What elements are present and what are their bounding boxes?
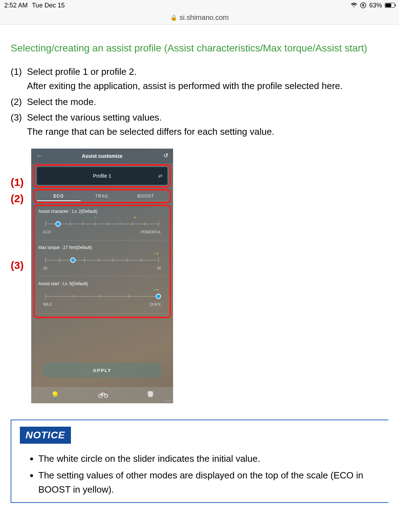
lock-icon: 🔒 [170,14,177,21]
orientation-lock-icon [360,2,366,9]
callout-3: (3) [11,259,24,271]
highlight-box-1 [33,164,171,188]
notice-box: NOTICE The white circle on the slider in… [11,420,388,503]
bottom-nav: 💡 [31,387,173,403]
notice-list: The white circle on the slider indicates… [20,451,380,497]
step-text: Select the various setting values. [27,112,162,123]
status-time: 2:52 AM [4,2,28,9]
svg-point-3 [105,391,106,392]
page-content: Selecting/creating an assist profile (As… [0,25,399,503]
highlight-box-3 [33,205,171,318]
app-header: ← Assist customize ↺ [31,149,173,164]
step-list: (1) Select profile 1 or profile 2. After… [11,65,388,139]
svg-point-0 [360,3,366,8]
apply-button[interactable]: APPLY [42,363,162,378]
callout-1: (1) [11,176,24,188]
browser-domain: si.shimano.com [179,13,229,22]
notice-item: The white circle on the slider indicates… [38,451,380,466]
wifi-icon [351,2,357,9]
battery-icon [385,3,395,8]
step-number: (2) [11,95,27,109]
callout-2: (2) [11,193,24,205]
bike-icon[interactable] [98,391,108,400]
battery-percent: 63% [369,2,382,9]
step-3: (3) Select the various setting values. T… [11,110,388,139]
reset-icon[interactable]: ↺ [164,152,168,159]
status-date: Tue Dec 15 [32,2,65,9]
light-icon[interactable]: 💡 [51,391,60,399]
gear-icon[interactable] [147,391,154,400]
highlight-box-2 [33,189,171,203]
app-version: 4.0.0 [165,399,171,403]
step-text: The range that can be selected differs f… [27,126,275,137]
step-number: (3) [11,110,27,139]
step-number: (1) [11,65,27,93]
annotated-screenshot: (1) (2) (3) ← Assist customize ↺ Profile… [11,149,388,403]
step-text: Select the mode. [27,96,96,107]
back-icon[interactable]: ← [36,152,43,160]
step-text: Select profile 1 or profile 2. [27,66,137,77]
notice-badge: NOTICE [20,427,71,444]
ipad-status-bar: 2:52 AM Tue Dec 15 63% [0,0,399,11]
step-2: (2) Select the mode. [11,95,388,109]
step-text: After exiting the application, assist is… [27,81,343,91]
app-header-title: Assist customize [82,153,122,159]
section-heading: Selecting/creating an assist profile (As… [11,43,388,54]
browser-address-bar[interactable]: 🔒 si.shimano.com [0,11,399,25]
notice-item: The setting values of other modes are di… [38,468,380,497]
app-screenshot: ← Assist customize ↺ Profile 1 ⇄ ECO TRA… [31,149,173,403]
step-1: (1) Select profile 1 or profile 2. After… [11,65,388,93]
